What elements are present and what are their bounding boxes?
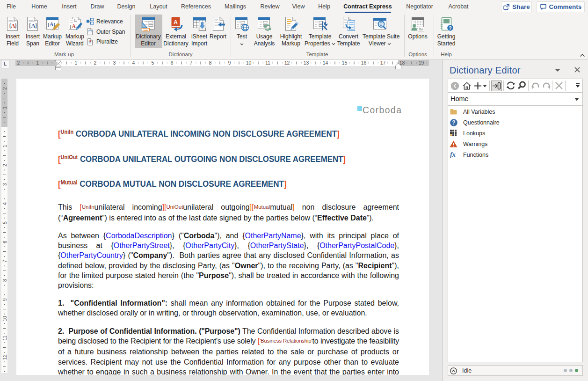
svg-text:16: 16	[361, 60, 367, 66]
svg-text:3: 3	[113, 60, 116, 66]
svg-text:?: ?	[452, 119, 455, 126]
svg-text:1: 1	[2, 106, 7, 109]
svg-text:5: 5	[152, 60, 154, 66]
svg-text:A: A	[72, 23, 76, 29]
svg-text:11: 11	[265, 60, 270, 66]
svg-text:9: 9	[2, 298, 7, 301]
svg-text:4: 4	[132, 60, 135, 66]
svg-text:9: 9	[228, 60, 231, 66]
svg-text:6: 6	[2, 241, 7, 243]
svg-text:10: 10	[2, 316, 7, 322]
svg-text:5: 5	[2, 221, 7, 224]
svg-text:10: 10	[246, 60, 252, 66]
svg-text:3: 3	[2, 183, 7, 186]
svg-text:?: ?	[449, 25, 451, 31]
svg-text:2: 2	[17, 60, 20, 66]
svg-text:12: 12	[2, 354, 7, 360]
svg-text:11: 11	[2, 335, 7, 340]
svg-text:8: 8	[2, 279, 7, 282]
svg-text:2: 2	[2, 164, 7, 167]
svg-text:4: 4	[2, 202, 7, 205]
svg-text:2: 2	[2, 87, 7, 90]
svg-text:12: 12	[284, 60, 290, 66]
svg-text:1: 1	[2, 145, 7, 147]
svg-text:13: 13	[304, 60, 309, 66]
svg-text:1: 1	[36, 60, 39, 66]
svg-text:7: 7	[2, 260, 7, 263]
svg-text:15: 15	[342, 60, 348, 66]
svg-text:6: 6	[171, 60, 174, 66]
svg-text:8: 8	[209, 60, 212, 66]
svg-text:s: s	[89, 39, 91, 42]
svg-text:14: 14	[323, 60, 328, 66]
svg-text:1: 1	[75, 60, 78, 66]
svg-text:7: 7	[190, 60, 193, 66]
svg-text:[: [	[29, 22, 31, 29]
svg-text:2: 2	[94, 60, 97, 66]
svg-text:17: 17	[380, 60, 386, 66]
svg-text:A: A	[174, 19, 178, 26]
svg-text:19: 19	[419, 60, 424, 66]
